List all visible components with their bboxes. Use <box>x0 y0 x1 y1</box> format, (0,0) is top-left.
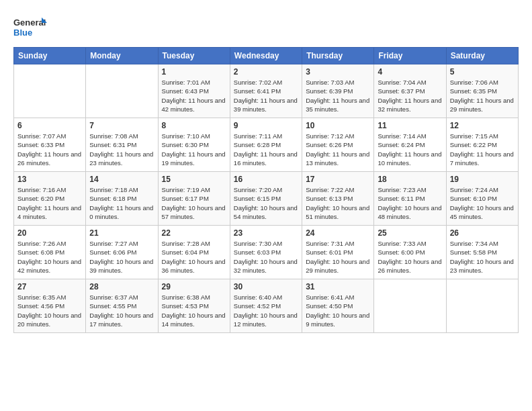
day-number: 16 <box>234 175 298 184</box>
day-number: 11 <box>378 121 442 130</box>
day-number: 17 <box>306 175 370 184</box>
calendar-cell <box>374 279 446 333</box>
calendar-cell: 19Sunrise: 7:24 AM Sunset: 6:10 PM Dayli… <box>446 172 518 226</box>
calendar-cell: 31Sunrise: 6:41 AM Sunset: 4:50 PM Dayli… <box>302 279 374 333</box>
day-number: 4 <box>378 67 442 77</box>
calendar-cell: 11Sunrise: 7:14 AM Sunset: 6:24 PM Dayli… <box>374 118 446 172</box>
weekday-header: Tuesday <box>158 48 230 64</box>
calendar-cell: 7Sunrise: 7:08 AM Sunset: 6:31 PM Daylig… <box>86 118 158 172</box>
day-number: 15 <box>162 175 226 184</box>
day-info: Sunrise: 6:40 AM Sunset: 4:52 PM Dayligh… <box>234 293 298 328</box>
weekday-header: Friday <box>374 48 446 64</box>
day-number: 22 <box>162 228 226 238</box>
day-info: Sunrise: 7:24 AM Sunset: 6:10 PM Dayligh… <box>450 185 515 221</box>
day-number: 13 <box>17 175 82 184</box>
calendar-week-row: 13Sunrise: 7:16 AM Sunset: 6:20 PM Dayli… <box>14 172 519 226</box>
calendar-cell: 20Sunrise: 7:26 AM Sunset: 6:08 PM Dayli… <box>14 226 86 279</box>
day-number: 6 <box>17 121 82 130</box>
day-number: 3 <box>306 67 370 77</box>
calendar-cell: 25Sunrise: 7:33 AM Sunset: 6:00 PM Dayli… <box>374 226 446 279</box>
calendar-week-row: 6Sunrise: 7:07 AM Sunset: 6:33 PM Daylig… <box>14 118 519 172</box>
day-info: Sunrise: 7:27 AM Sunset: 6:06 PM Dayligh… <box>89 239 154 275</box>
day-number: 30 <box>234 282 298 291</box>
day-info: Sunrise: 7:07 AM Sunset: 6:33 PM Dayligh… <box>17 132 82 167</box>
day-info: Sunrise: 7:28 AM Sunset: 6:04 PM Dayligh… <box>162 239 226 275</box>
calendar-cell: 21Sunrise: 7:27 AM Sunset: 6:06 PM Dayli… <box>86 226 158 279</box>
day-info: Sunrise: 7:26 AM Sunset: 6:08 PM Dayligh… <box>17 239 82 275</box>
calendar-cell: 30Sunrise: 6:40 AM Sunset: 4:52 PM Dayli… <box>230 279 302 333</box>
day-number: 1 <box>162 67 226 77</box>
calendar-cell: 9Sunrise: 7:11 AM Sunset: 6:28 PM Daylig… <box>230 118 302 172</box>
day-info: Sunrise: 6:41 AM Sunset: 4:50 PM Dayligh… <box>306 293 370 328</box>
day-number: 24 <box>306 228 370 238</box>
day-number: 9 <box>234 121 298 130</box>
calendar-week-row: 1Sunrise: 7:01 AM Sunset: 6:43 PM Daylig… <box>14 64 519 118</box>
day-info: Sunrise: 7:20 AM Sunset: 6:15 PM Dayligh… <box>234 185 298 221</box>
day-info: Sunrise: 7:22 AM Sunset: 6:13 PM Dayligh… <box>306 185 370 221</box>
weekday-header: Thursday <box>302 48 374 64</box>
day-info: Sunrise: 7:19 AM Sunset: 6:17 PM Dayligh… <box>162 185 226 221</box>
day-number: 28 <box>89 282 154 291</box>
day-number: 26 <box>450 228 515 238</box>
calendar-cell <box>14 64 86 118</box>
calendar-week-row: 27Sunrise: 6:35 AM Sunset: 4:56 PM Dayli… <box>14 279 519 333</box>
calendar-cell: 8Sunrise: 7:10 AM Sunset: 6:30 PM Daylig… <box>158 118 230 172</box>
day-number: 29 <box>162 282 226 291</box>
page-header: GeneralBlue <box>13 13 519 40</box>
calendar-cell: 1Sunrise: 7:01 AM Sunset: 6:43 PM Daylig… <box>158 64 230 118</box>
day-info: Sunrise: 7:10 AM Sunset: 6:30 PM Dayligh… <box>162 132 226 167</box>
weekday-header: Wednesday <box>230 48 302 64</box>
logo: GeneralBlue <box>13 13 47 40</box>
calendar-cell: 22Sunrise: 7:28 AM Sunset: 6:04 PM Dayli… <box>158 226 230 279</box>
day-number: 14 <box>89 175 154 184</box>
calendar-table: SundayMondayTuesdayWednesdayThursdayFrid… <box>13 47 519 333</box>
weekday-header-row: SundayMondayTuesdayWednesdayThursdayFrid… <box>14 48 519 64</box>
calendar-cell: 15Sunrise: 7:19 AM Sunset: 6:17 PM Dayli… <box>158 172 230 226</box>
day-info: Sunrise: 6:37 AM Sunset: 4:55 PM Dayligh… <box>89 293 154 328</box>
day-info: Sunrise: 7:33 AM Sunset: 6:00 PM Dayligh… <box>378 239 442 275</box>
logo-svg: GeneralBlue <box>13 13 47 40</box>
weekday-header: Sunday <box>14 48 86 64</box>
day-number: 7 <box>89 121 154 130</box>
day-number: 8 <box>162 121 226 130</box>
calendar-cell: 28Sunrise: 6:37 AM Sunset: 4:55 PM Dayli… <box>86 279 158 333</box>
day-number: 31 <box>306 282 370 291</box>
day-info: Sunrise: 7:02 AM Sunset: 6:41 PM Dayligh… <box>234 78 298 113</box>
calendar-cell: 29Sunrise: 6:38 AM Sunset: 4:53 PM Dayli… <box>158 279 230 333</box>
calendar-cell: 12Sunrise: 7:15 AM Sunset: 6:22 PM Dayli… <box>446 118 518 172</box>
svg-text:General: General <box>13 17 46 28</box>
day-number: 25 <box>378 228 442 238</box>
day-info: Sunrise: 7:08 AM Sunset: 6:31 PM Dayligh… <box>89 132 154 167</box>
day-number: 5 <box>450 67 515 77</box>
day-info: Sunrise: 7:06 AM Sunset: 6:35 PM Dayligh… <box>450 78 515 113</box>
calendar-cell: 17Sunrise: 7:22 AM Sunset: 6:13 PM Dayli… <box>302 172 374 226</box>
day-info: Sunrise: 7:14 AM Sunset: 6:24 PM Dayligh… <box>378 132 442 167</box>
calendar-cell: 24Sunrise: 7:31 AM Sunset: 6:01 PM Dayli… <box>302 226 374 279</box>
day-info: Sunrise: 7:11 AM Sunset: 6:28 PM Dayligh… <box>234 132 298 167</box>
day-info: Sunrise: 7:03 AM Sunset: 6:39 PM Dayligh… <box>306 78 370 113</box>
calendar-cell: 27Sunrise: 6:35 AM Sunset: 4:56 PM Dayli… <box>14 279 86 333</box>
calendar-cell: 4Sunrise: 7:04 AM Sunset: 6:37 PM Daylig… <box>374 64 446 118</box>
day-info: Sunrise: 7:12 AM Sunset: 6:26 PM Dayligh… <box>306 132 370 167</box>
calendar-cell <box>446 279 518 333</box>
day-number: 20 <box>17 228 82 238</box>
calendar-cell: 14Sunrise: 7:18 AM Sunset: 6:18 PM Dayli… <box>86 172 158 226</box>
calendar-cell: 5Sunrise: 7:06 AM Sunset: 6:35 PM Daylig… <box>446 64 518 118</box>
day-number: 27 <box>17 282 82 291</box>
day-number: 12 <box>450 121 515 130</box>
day-number: 2 <box>234 67 298 77</box>
day-info: Sunrise: 6:35 AM Sunset: 4:56 PM Dayligh… <box>17 293 82 328</box>
calendar-cell: 2Sunrise: 7:02 AM Sunset: 6:41 PM Daylig… <box>230 64 302 118</box>
calendar-cell: 16Sunrise: 7:20 AM Sunset: 6:15 PM Dayli… <box>230 172 302 226</box>
day-info: Sunrise: 7:23 AM Sunset: 6:11 PM Dayligh… <box>378 185 442 221</box>
day-info: Sunrise: 7:15 AM Sunset: 6:22 PM Dayligh… <box>450 132 515 167</box>
day-number: 19 <box>450 175 515 184</box>
day-info: Sunrise: 7:01 AM Sunset: 6:43 PM Dayligh… <box>162 78 226 113</box>
calendar-cell: 10Sunrise: 7:12 AM Sunset: 6:26 PM Dayli… <box>302 118 374 172</box>
day-info: Sunrise: 7:04 AM Sunset: 6:37 PM Dayligh… <box>378 78 442 113</box>
weekday-header: Saturday <box>446 48 518 64</box>
svg-text:Blue: Blue <box>13 28 32 38</box>
day-number: 10 <box>306 121 370 130</box>
calendar-cell: 18Sunrise: 7:23 AM Sunset: 6:11 PM Dayli… <box>374 172 446 226</box>
calendar-week-row: 20Sunrise: 7:26 AM Sunset: 6:08 PM Dayli… <box>14 226 519 279</box>
